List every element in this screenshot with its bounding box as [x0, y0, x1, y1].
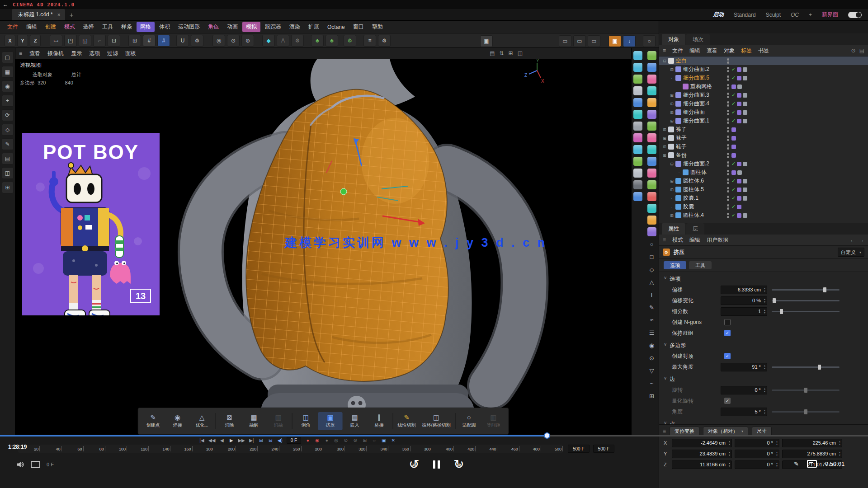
spline-palette-icon[interactable]: ◉	[647, 340, 657, 350]
transport-icon[interactable]: ◀)	[277, 438, 283, 443]
menu-item[interactable]: 文件	[4, 22, 22, 32]
attribute-menu-item[interactable]: 编辑	[689, 236, 700, 244]
monitor-icon[interactable]	[31, 461, 40, 468]
transport-icon[interactable]: ⊞	[258, 438, 264, 443]
palette-icon[interactable]	[633, 75, 642, 84]
transport-icon[interactable]: ⇔	[371, 438, 377, 443]
tool-subtab[interactable]: 工具	[689, 261, 712, 269]
range-end-field[interactable]: 500 F	[568, 445, 590, 453]
visibility-dots[interactable]	[727, 187, 729, 192]
section-header[interactable]: ∨边	[659, 372, 868, 385]
menu-item[interactable]: 跟踪器	[261, 22, 285, 32]
toolbar-icon[interactable]: ⚙	[291, 35, 304, 47]
enabled-check-icon[interactable]: ✓	[731, 118, 736, 124]
visibility-dots[interactable]	[727, 93, 729, 98]
toolbar-icon[interactable]: ▣	[609, 35, 621, 47]
palette-icon[interactable]	[633, 133, 642, 142]
slider[interactable]	[772, 300, 840, 301]
tag-icon[interactable]	[743, 196, 747, 201]
layout-button[interactable]: Sculpt	[766, 12, 781, 18]
visibility-dots[interactable]	[727, 178, 729, 184]
object-row[interactable]: ⊞袜子	[659, 134, 868, 142]
object-name[interactable]: 细分曲面.2	[683, 160, 709, 168]
transport-icon[interactable]: ⊙	[343, 438, 349, 443]
viewport-menu-icon[interactable]: ⇅	[500, 50, 504, 56]
close-tab-icon[interactable]: ×	[57, 12, 61, 18]
coords-mode-dropdown[interactable]: 对象（相对） ▾	[703, 427, 748, 436]
enabled-check-icon[interactable]: ✓	[731, 75, 736, 81]
spinner-icons[interactable]: ▲▼	[764, 309, 766, 314]
object-name[interactable]: 细分曲面.1	[683, 117, 709, 125]
mesh-tool-button[interactable]: ▦融解	[242, 412, 266, 430]
checkbox[interactable]	[724, 319, 731, 325]
object-name[interactable]: 细分曲面.4	[683, 100, 709, 108]
menu-item[interactable]: 帮助	[368, 22, 387, 32]
tag-icon[interactable]	[737, 162, 741, 166]
range-end-field-2[interactable]: 500 F	[593, 445, 615, 453]
object-name[interactable]: 细分曲面.3	[683, 91, 709, 99]
spinner-icons[interactable]: ▲▼	[839, 451, 841, 456]
expander-icon[interactable]: ⊞	[662, 136, 667, 141]
slider[interactable]	[772, 411, 840, 413]
toolbar-icon[interactable]: Z	[30, 35, 41, 47]
toolbar-icon[interactable]: ♣	[311, 35, 324, 47]
transport-icon[interactable]: ●	[324, 438, 330, 443]
transport-icon[interactable]: ▶▶	[238, 438, 245, 443]
viewport-menu-item[interactable]: 显示	[71, 50, 82, 57]
value-field[interactable]: 6.3333 cm▲▼	[721, 286, 767, 294]
object-name[interactable]: 裤子	[676, 126, 687, 133]
object-name[interactable]: 胶囊	[683, 203, 694, 211]
visibility-dots[interactable]	[727, 170, 729, 175]
spinner-icons[interactable]: ▲▼	[764, 298, 766, 303]
viewport-menu-item[interactable]: 面板	[125, 50, 136, 57]
toolbar-icon[interactable]: ○	[643, 35, 656, 47]
spinner-icons[interactable]: ▲▼	[764, 287, 766, 292]
tag-icon[interactable]	[737, 188, 741, 192]
spline-palette-icon[interactable]: □	[647, 252, 657, 262]
rotation-field[interactable]: 0 °▲▼	[735, 450, 779, 458]
expander-icon[interactable]: ⊞	[669, 119, 675, 123]
tag-icon[interactable]	[743, 93, 747, 98]
toolbar-icon[interactable]: U	[176, 35, 189, 47]
palette-icon[interactable]	[647, 110, 656, 119]
spinner-icons[interactable]: ▲▼	[839, 440, 841, 446]
checkbox[interactable]: ✓	[724, 398, 731, 404]
mesh-tool-button[interactable]: ▣挤压	[318, 412, 343, 430]
expander-icon[interactable]: ⊞	[662, 127, 667, 132]
menu-item[interactable]: 编辑	[23, 22, 41, 32]
palette-icon[interactable]	[633, 86, 642, 95]
menu-item[interactable]: 体积	[156, 22, 174, 32]
skip-back-button[interactable]: ↺10	[407, 457, 421, 472]
object-name[interactable]: 圆柱体.4	[683, 211, 704, 219]
tool-icon[interactable]: ▤	[2, 153, 14, 164]
viewport-name[interactable]: 透视视图	[20, 61, 42, 69]
new-ui-label[interactable]: 新界面	[822, 11, 838, 19]
tool-icon[interactable]: ✎	[2, 138, 14, 150]
slider[interactable]	[772, 366, 840, 368]
size-field[interactable]: 275.8839 cm▲▼	[782, 450, 842, 458]
object-row[interactable]: ·胶囊✓	[659, 202, 868, 211]
reset-transform-button[interactable]: 复位变换	[670, 427, 699, 436]
visibility-dots[interactable]	[727, 118, 729, 124]
mesh-tool-button[interactable]: ◫循环/路径切割	[419, 412, 454, 430]
menu-item[interactable]: Octane	[324, 23, 349, 32]
visibility-dots[interactable]	[727, 110, 729, 115]
palette-icon[interactable]	[647, 63, 656, 72]
enabled-check-icon[interactable]: ✓	[731, 101, 736, 107]
enabled-check-icon[interactable]: ✓	[731, 161, 736, 167]
transport-icon[interactable]: ⊞	[362, 438, 368, 443]
section-header[interactable]: ∨点	[659, 417, 868, 424]
spinner-icons[interactable]: ▲▼	[776, 451, 778, 456]
transport-icon[interactable]: ◎	[333, 438, 339, 443]
spinner-icons[interactable]: ▲▼	[776, 462, 778, 467]
object-row[interactable]: ⊞圆柱体.6✓	[659, 177, 868, 185]
object-name[interactable]: 圆柱体	[690, 169, 707, 176]
transport-icon[interactable]: |◀	[199, 438, 205, 443]
whiteboard-icon[interactable]	[807, 460, 817, 468]
visibility-dots[interactable]	[727, 67, 729, 72]
toolbar-icon[interactable]: ⊕	[241, 35, 254, 47]
panel-menu-icon[interactable]: →	[859, 237, 864, 243]
timeline-ruler[interactable]: 2040608010012014016018020022024026028030…	[18, 445, 563, 453]
object-name[interactable]: 圆柱体.5	[683, 186, 704, 193]
expander-icon[interactable]: ⊟	[669, 67, 675, 72]
